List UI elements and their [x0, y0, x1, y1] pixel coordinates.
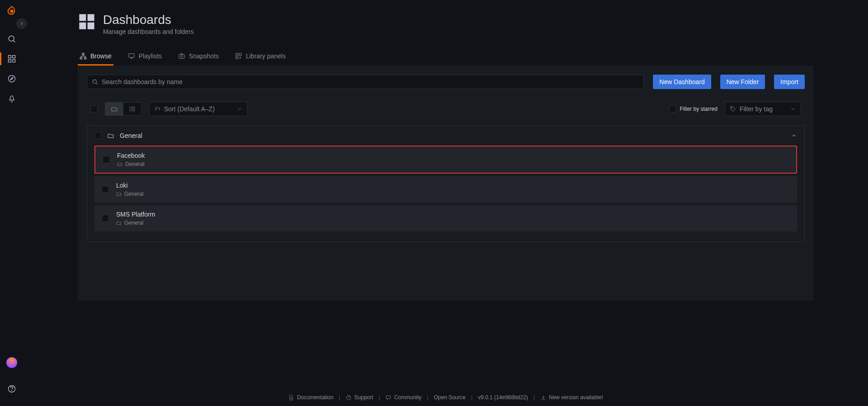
chevron-down-icon	[790, 106, 796, 112]
dashboard-list: Facebook General Loki General SMS Platfo…	[87, 146, 804, 241]
sidebar-bottom	[0, 357, 23, 406]
new-folder-button[interactable]: New Folder	[720, 75, 765, 89]
footer-support[interactable]: Support	[346, 394, 373, 401]
dashboard-name: Loki	[116, 182, 144, 189]
filter-starred-checkbox[interactable]	[669, 105, 676, 113]
svg-point-1	[9, 36, 14, 41]
list-icon	[129, 105, 136, 113]
tabs: Browse Playlists Snapshots Library panel…	[78, 48, 814, 66]
select-all-checkbox[interactable]	[90, 105, 98, 113]
view-list-button[interactable]	[123, 103, 141, 115]
svg-point-7	[9, 76, 15, 82]
svg-marker-8	[10, 77, 14, 80]
folder-icon	[116, 220, 122, 226]
filter-starred-label: Filter by starred	[680, 106, 718, 112]
svg-rect-13	[79, 23, 86, 29]
dashboard-item[interactable]: SMS Platform General	[94, 205, 797, 231]
nav-search[interactable]	[0, 29, 23, 49]
svg-rect-28	[239, 53, 242, 56]
action-bar: New Dashboard New Folder Import	[87, 75, 805, 89]
search-icon	[92, 79, 98, 85]
svg-point-0	[10, 9, 14, 13]
dashboard-item[interactable]: Facebook General	[94, 146, 797, 174]
download-icon	[540, 395, 546, 401]
dashboard-folder: General	[116, 220, 155, 226]
camera-icon	[178, 52, 185, 60]
filter-tag-select[interactable]: Filter by tag	[725, 102, 801, 116]
svg-point-26	[181, 56, 183, 57]
toolbar: Sort (Default A–Z) Filter by starred Fil…	[87, 102, 805, 116]
presentation-icon	[128, 52, 135, 60]
view-folder-button[interactable]	[105, 103, 123, 115]
svg-rect-17	[84, 57, 86, 59]
folder-checkbox[interactable]	[94, 132, 102, 139]
search-icon	[7, 34, 16, 43]
tab-playlists[interactable]: Playlists	[126, 48, 164, 65]
import-button[interactable]: Import	[774, 75, 805, 89]
avatar[interactable]	[6, 357, 17, 368]
compass-icon	[7, 74, 16, 83]
tab-label: Library panels	[246, 52, 286, 60]
svg-rect-25	[179, 55, 184, 59]
page-header: Dashboards Manage dashboards and folders	[78, 13, 814, 35]
tab-label: Browse	[90, 52, 112, 60]
footer-new-version[interactable]: New version available!	[540, 394, 603, 401]
svg-rect-15	[82, 53, 84, 54]
dashboard-folder: General	[117, 161, 145, 167]
document-icon	[288, 395, 294, 401]
nav-dashboards[interactable]	[0, 49, 23, 69]
sort-label: Sort (Default A–Z)	[164, 105, 215, 113]
footer-open-source[interactable]: Open Source	[434, 394, 466, 401]
tab-library-panels[interactable]: Library panels	[233, 48, 287, 65]
dashboard-checkbox[interactable]	[102, 186, 109, 193]
bell-icon	[7, 94, 16, 103]
dashboard-item[interactable]: Loki General	[94, 176, 797, 203]
svg-rect-16	[80, 57, 82, 59]
tab-browse[interactable]: Browse	[78, 48, 113, 65]
panel: New Dashboard New Folder Import Sort (De…	[78, 66, 814, 301]
svg-rect-5	[9, 60, 11, 62]
svg-rect-11	[79, 14, 86, 21]
nav-explore[interactable]	[0, 69, 23, 89]
dashboard-folder: General	[116, 191, 144, 197]
svg-rect-27	[236, 53, 238, 56]
svg-rect-14	[88, 23, 94, 29]
sitemap-icon	[80, 52, 87, 60]
dashboard-name: Facebook	[117, 152, 145, 159]
footer-version[interactable]: v9.0.1 (14e988bd22)	[478, 394, 528, 401]
footer-documentation[interactable]: Documentation	[288, 394, 333, 401]
page-title: Dashboards	[103, 13, 194, 27]
footer: Documentation | Support | Community | Op…	[23, 394, 868, 401]
svg-point-44	[732, 108, 732, 109]
chevron-up-icon	[791, 132, 797, 139]
folder-icon	[111, 105, 118, 113]
chat-icon	[385, 395, 391, 401]
search-input[interactable]	[102, 78, 639, 85]
footer-community[interactable]: Community	[385, 394, 422, 401]
folder-header[interactable]: General	[87, 126, 804, 146]
sort-icon	[154, 106, 160, 112]
tab-label: Snapshots	[189, 52, 219, 60]
svg-rect-29	[236, 57, 238, 59]
page-subtitle: Manage dashboards and folders	[103, 28, 194, 35]
folder-icon	[116, 191, 122, 197]
svg-rect-4	[13, 56, 15, 58]
svg-point-37	[130, 107, 130, 107]
dashboards-icon	[7, 54, 16, 63]
chevron-down-icon	[236, 106, 243, 112]
question-icon	[346, 395, 352, 401]
grafana-logo-icon[interactable]	[5, 5, 18, 18]
sort-select[interactable]: Sort (Default A–Z)	[149, 102, 248, 116]
svg-rect-3	[9, 56, 11, 58]
search-box[interactable]	[87, 75, 644, 89]
dashboard-checkbox[interactable]	[102, 215, 109, 222]
tab-snapshots[interactable]: Snapshots	[176, 48, 221, 65]
help-icon	[7, 384, 16, 393]
tab-label: Playlists	[139, 52, 162, 60]
nav-alerting[interactable]	[0, 89, 23, 109]
svg-point-38	[130, 109, 130, 109]
dashboard-checkbox[interactable]	[103, 156, 110, 163]
filter-starred[interactable]: Filter by starred	[669, 105, 718, 113]
nav-help[interactable]	[0, 379, 23, 399]
new-dashboard-button[interactable]: New Dashboard	[653, 75, 711, 89]
